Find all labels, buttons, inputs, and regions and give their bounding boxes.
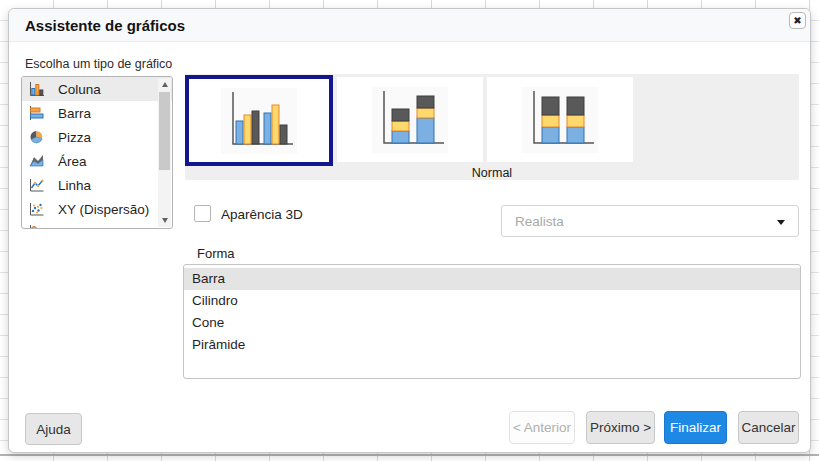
chevron-down-icon	[777, 220, 785, 225]
subtype-strip: Normal	[185, 74, 799, 180]
chart-type-item-linha[interactable]: Linha	[22, 173, 172, 197]
chart-type-label: Pizza	[58, 130, 91, 145]
chart-type-item-partial[interactable]	[22, 221, 172, 229]
chart-type-section-label: Escolha um tipo de gráfico	[25, 57, 172, 71]
3d-scheme-value: Realista	[515, 214, 564, 229]
chart-type-item-barra[interactable]: Barra	[22, 101, 172, 125]
shape-listbox: Barra Cilindro Cone Pirâmide	[183, 264, 801, 379]
bubble-chart-icon	[28, 225, 45, 229]
bar-chart-icon	[28, 105, 45, 121]
subtype-percent-stacked[interactable]	[487, 77, 633, 162]
stacked-column-preview	[372, 87, 448, 153]
chart-type-label: Área	[58, 154, 87, 169]
shape-item-cilindro[interactable]: Cilindro	[184, 290, 800, 312]
chart-type-label: Coluna	[58, 82, 101, 97]
shape-section-label: Forma	[197, 246, 235, 261]
subtype-stacked[interactable]	[337, 77, 483, 162]
area-chart-icon	[28, 153, 45, 169]
pie-chart-icon	[28, 129, 45, 145]
scatter-chart-icon	[28, 201, 45, 217]
chart-type-listbox: Coluna Barra Pizza	[21, 76, 173, 229]
line-chart-icon	[28, 177, 45, 193]
next-button[interactable]: Próximo >	[586, 411, 655, 444]
chart-type-item-pizza[interactable]: Pizza	[22, 125, 172, 149]
chart-type-label: Barra	[58, 106, 91, 121]
scroll-down-icon[interactable]	[158, 214, 171, 227]
percent-stacked-column-preview	[522, 87, 598, 153]
3d-appearance-label: Aparência 3D	[221, 207, 303, 222]
subtype-selected-label: Normal	[185, 166, 799, 180]
chart-type-item-area[interactable]: Área	[22, 149, 172, 173]
scrollbar-thumb[interactable]	[159, 92, 170, 170]
cancel-button[interactable]: Cancelar	[738, 411, 799, 444]
spreadsheet-gridline	[0, 454, 819, 456]
chart-type-scrollbar[interactable]	[158, 78, 171, 227]
chart-type-label: XY (Dispersão)	[58, 202, 149, 217]
shape-item-piramide[interactable]: Pirâmide	[184, 334, 800, 356]
scroll-up-icon[interactable]	[158, 78, 171, 91]
help-button[interactable]: Ajuda	[25, 413, 82, 445]
3d-appearance-checkbox[interactable]	[194, 205, 211, 222]
shape-item-cone[interactable]: Cone	[184, 312, 800, 334]
chart-type-item-xy-dispersao[interactable]: XY (Dispersão)	[22, 197, 172, 221]
column-chart-icon	[28, 81, 45, 97]
close-icon[interactable]: ✖	[789, 12, 806, 29]
chart-type-item-coluna[interactable]: Coluna	[22, 77, 172, 101]
chart-type-label: Linha	[58, 178, 91, 193]
shape-item-barra[interactable]: Barra	[184, 268, 800, 290]
dialog-header: Assistente de gráficos	[9, 9, 810, 42]
3d-scheme-dropdown[interactable]: Realista	[501, 205, 799, 237]
subtype-normal[interactable]	[185, 75, 333, 166]
normal-column-preview	[221, 88, 297, 154]
chart-wizard-dialog: Assistente de gráficos ✖ Escolha um tipo…	[8, 8, 811, 453]
back-button[interactable]: < Anterior	[509, 411, 575, 444]
finish-button[interactable]: Finalizar	[664, 411, 727, 444]
dialog-title: Assistente de gráficos	[25, 17, 185, 34]
